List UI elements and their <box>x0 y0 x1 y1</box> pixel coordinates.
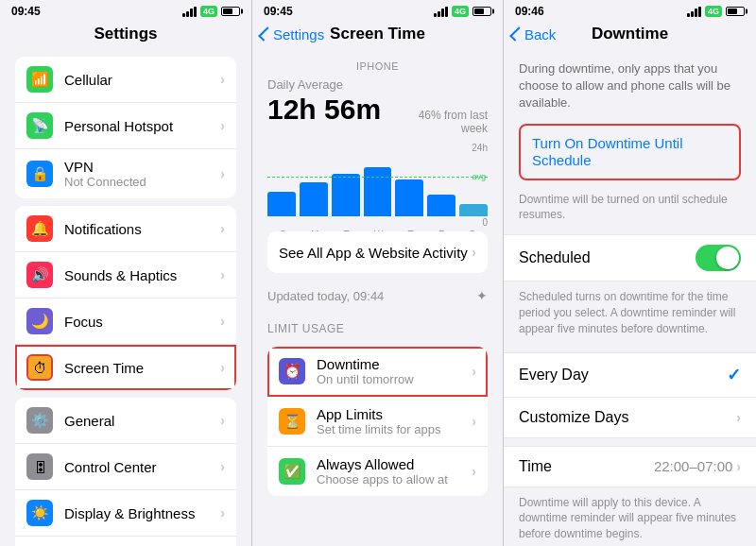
settings-item-control[interactable]: 🎛 Control Center › <box>15 444 236 490</box>
chart-bar-w <box>364 155 392 216</box>
sounds-label: Sounds & Haptics <box>64 267 220 283</box>
general-label: General <box>64 413 220 429</box>
allowed-label: Always Allowed <box>317 456 472 472</box>
panel-screentime: 09:45 4G Settings Screen Time IPHONE Dai… <box>251 0 503 546</box>
turn-on-downtime-button[interactable]: Turn On Downtime Until Schedule <box>519 124 741 180</box>
customize-days-row[interactable]: Customize Days › <box>504 398 756 438</box>
settings-item-vpn[interactable]: 🔒 VPN Not Connected › <box>15 149 236 198</box>
scheduled-toggle[interactable] <box>696 245 741 271</box>
section-network: 📶 Cellular › 📡 Personal Hotspot › 🔒 VPN … <box>15 57 236 198</box>
toggle-knob <box>716 247 739 269</box>
status-icons-1: 4G <box>182 6 240 17</box>
section-system: ⚙️ General › 🎛 Control Center › ☀️ Displ… <box>15 398 236 546</box>
every-day-row[interactable]: Every Day ✓ <box>504 353 756 398</box>
footer-note: Downtime will apply to this device. A do… <box>504 487 756 546</box>
notifications-icon: 🔔 <box>26 215 53 242</box>
display-icon: ☀️ <box>26 500 53 526</box>
settings-item-general[interactable]: ⚙️ General › <box>15 398 236 444</box>
screentime-label: Screen Time <box>64 360 220 376</box>
downtime-nav: Back Downtime <box>504 21 756 49</box>
chart-zero-label: 0 <box>482 217 488 228</box>
device-label: IPHONE <box>252 49 503 76</box>
control-label: Control Center <box>64 459 220 475</box>
signal-icon-2 <box>434 7 448 17</box>
section-controls: 🔔 Notifications › 🔊 Sounds & Haptics › 🌙… <box>15 206 236 390</box>
downtime-nav-title: Downtime <box>592 25 668 43</box>
hotspot-label: Personal Hotspot <box>64 118 220 134</box>
lte-badge-1: 4G <box>200 6 217 17</box>
settings-item-cellular[interactable]: 📶 Cellular › <box>15 57 236 103</box>
screentime-back-button[interactable]: Settings <box>262 26 324 43</box>
screentime-nav: Settings Screen Time <box>252 21 503 49</box>
chart-bars: avg <box>267 155 488 216</box>
battery-icon-2 <box>472 7 491 16</box>
settings-list: 📶 Cellular › 📡 Personal Hotspot › 🔒 VPN … <box>0 49 251 546</box>
status-icons-2: 4G <box>434 6 491 17</box>
see-all-activity-button[interactable]: See All App & Website Activity › <box>267 231 488 273</box>
panel-settings: 09:45 4G Settings 📶 Cellular › <box>0 0 251 546</box>
downtime-icon: ⏰ <box>279 358 305 384</box>
screentime-nav-title: Screen Time <box>330 25 425 43</box>
general-chevron: › <box>220 413 225 428</box>
battery-icon-3 <box>726 7 745 16</box>
allowed-sublabel: Choose apps to allow at <box>317 472 472 486</box>
vpn-icon: 🔒 <box>26 161 53 187</box>
status-time-1: 09:45 <box>11 5 41 18</box>
status-time-2: 09:45 <box>264 5 293 18</box>
focus-icon: 🌙 <box>26 308 53 334</box>
settings-item-display[interactable]: ☀️ Display & Brightness › <box>15 490 236 537</box>
focus-chevron: › <box>220 314 225 329</box>
signal-icon-3 <box>687 7 701 17</box>
applimits-item[interactable]: ⏳ App Limits Set time limits for apps › <box>267 397 488 447</box>
cellular-label: Cellular <box>64 72 220 88</box>
settings-item-homescreen[interactable]: 📱 Home Screen & App Library › <box>15 537 236 546</box>
limit-usage-section: ⏰ Downtime On until tomorrow › ⏳ App Lim… <box>267 347 488 496</box>
cellular-chevron: › <box>220 72 225 87</box>
chart-avg-line <box>267 177 488 178</box>
vpn-chevron: › <box>220 166 225 181</box>
time-row[interactable]: Time 22:00–07:00 › <box>504 446 756 487</box>
applimits-icon: ⏳ <box>279 408 305 435</box>
settings-title: Settings <box>94 25 157 43</box>
time-label: Time <box>519 458 552 475</box>
settings-item-sounds[interactable]: 🔊 Sounds & Haptics › <box>15 252 236 299</box>
settings-item-notifications[interactable]: 🔔 Notifications › <box>15 206 236 252</box>
settings-item-hotspot[interactable]: 📡 Personal Hotspot › <box>15 103 236 149</box>
chart-bar-t2 <box>395 155 423 216</box>
screen-time-value: 12h 56m <box>267 94 381 126</box>
screen-time-change: 46% from last week <box>403 109 488 135</box>
usage-chart: 24h avg 0 S M <box>252 139 503 224</box>
cellular-icon: 📶 <box>26 66 53 93</box>
allowed-chevron: › <box>472 464 476 479</box>
see-all-section: See All App & Website Activity › <box>267 231 488 273</box>
display-label: Display & Brightness <box>64 505 220 521</box>
status-bar-1: 09:45 4G <box>0 0 251 21</box>
settings-item-focus[interactable]: 🌙 Focus › <box>15 299 236 345</box>
applimits-label: App Limits <box>317 406 472 422</box>
hotspot-icon: 📡 <box>26 112 53 139</box>
vpn-value: Not Connected <box>64 175 220 189</box>
turn-on-label: Turn On Downtime Until Schedule <box>532 135 683 168</box>
status-time-3: 09:46 <box>515 5 544 18</box>
downtime-back-button[interactable]: Back <box>513 26 556 43</box>
panel-downtime: 09:46 4G Back Downtime During downtime, … <box>503 0 756 546</box>
scheduled-row: Scheduled <box>504 234 756 282</box>
battery-icon-1 <box>221 7 240 16</box>
downtime-item[interactable]: ⏰ Downtime On until tomorrow › <box>267 347 488 397</box>
settings-item-screentime[interactable]: ⏱ Screen Time › <box>15 345 236 390</box>
back-chevron-icon <box>258 26 273 42</box>
notifications-chevron: › <box>220 221 225 236</box>
status-icons-3: 4G <box>687 6 745 17</box>
applimits-sublabel: Set time limits for apps <box>317 422 472 436</box>
updated-row: Updated today, 09:44 ✦ <box>252 281 503 311</box>
allowed-item[interactable]: ✅ Always Allowed Choose apps to allow at… <box>267 447 488 496</box>
chart-bar-t1 <box>332 155 360 216</box>
see-all-label: See All App & Website Activity <box>279 245 472 261</box>
general-icon: ⚙️ <box>26 407 53 434</box>
scheduled-label: Scheduled <box>519 249 591 266</box>
updated-label: Updated today, 09:44 <box>267 289 384 303</box>
downtime-back-chevron-icon <box>509 26 524 42</box>
sun-icon: ✦ <box>476 288 488 303</box>
customize-chevron: › <box>736 410 741 425</box>
downtime-back-label: Back <box>524 26 556 43</box>
